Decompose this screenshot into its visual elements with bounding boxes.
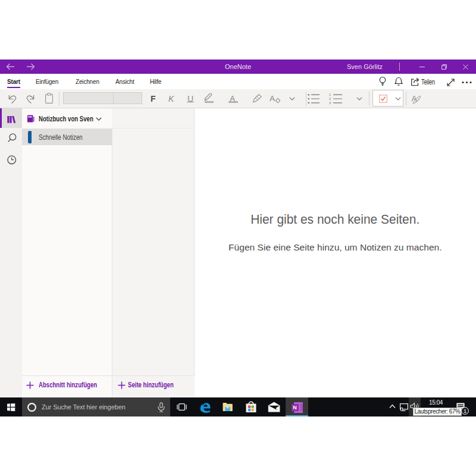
svg-text:3: 3 xyxy=(329,101,331,104)
svg-text:2: 2 xyxy=(329,97,331,101)
svg-text:1: 1 xyxy=(329,93,331,96)
